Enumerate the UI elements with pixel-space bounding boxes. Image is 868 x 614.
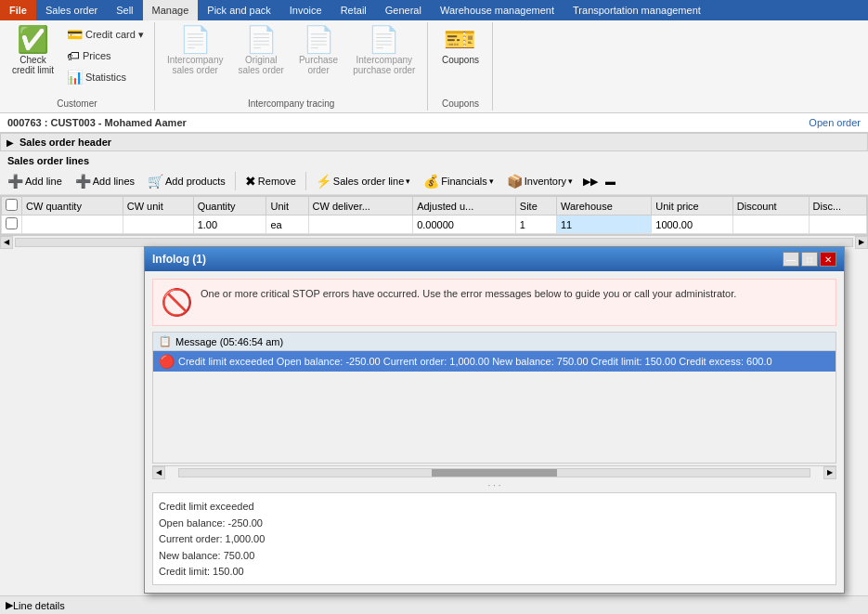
dialog-scroll-right[interactable]: ▶ xyxy=(823,466,836,479)
dialog-scroll-track[interactable] xyxy=(178,468,810,477)
dialog-titlebar: Infolog (1) — □ ✕ xyxy=(145,247,844,271)
message-list: 🔴 Credit limit exceeded Open balance: -2… xyxy=(153,351,836,463)
open-order-button[interactable]: Open order xyxy=(809,117,861,128)
check-credit-label: Checkcredit limit xyxy=(12,55,54,75)
dialog-close-button[interactable]: ✕ xyxy=(820,252,836,267)
menu-transport-mgmt[interactable]: Transportation management xyxy=(564,0,710,20)
add-line-icon: ➕ xyxy=(7,174,23,189)
message-row-item[interactable]: 🔴 Credit limit exceeded Open balance: -2… xyxy=(153,351,836,372)
col-adjusted-u: Adjusted u... xyxy=(413,197,516,216)
line-details-section[interactable]: ▶ Line details xyxy=(0,595,868,614)
cell-disc xyxy=(809,216,867,234)
col-site: Site xyxy=(515,197,556,216)
add-line-label: Add line xyxy=(25,176,62,187)
detail-line-2: Open balance: -250.00 xyxy=(159,516,830,532)
menu-pick-and-pack[interactable]: Pick and pack xyxy=(198,0,279,20)
add-lines-button[interactable]: ➕ Add lines xyxy=(70,171,140,191)
table-row[interactable]: 1.00 ea 0.00000 1 11 1000.00 xyxy=(2,216,867,234)
select-all-checkbox[interactable] xyxy=(6,199,18,211)
prices-button[interactable]: 🏷 Prices xyxy=(62,46,149,66)
col-discount: Discount xyxy=(732,197,809,216)
cell-unit-price: 1000.00 xyxy=(652,216,733,234)
ribbon-group-customer: ✅ Checkcredit limit 💳 Credit card ▾ 🏷 Pr… xyxy=(0,22,155,111)
inventory-icon: 📦 xyxy=(507,174,523,189)
check-credit-limit-button[interactable]: ✅ Checkcredit limit xyxy=(6,24,60,78)
lines-table-container[interactable]: CW quantity CW unit Quantity Unit CW del… xyxy=(0,195,868,235)
detail-line-4: New balance: 750.00 xyxy=(159,548,830,565)
dialog-maximize-button[interactable]: □ xyxy=(801,252,818,267)
cell-discount xyxy=(732,216,809,234)
add-lines-label: Add lines xyxy=(93,176,135,187)
prices-icon: 🏷 xyxy=(67,48,80,63)
financials-icon: 💰 xyxy=(423,174,439,189)
scroll-track[interactable] xyxy=(15,238,853,247)
menu-invoice[interactable]: Invoice xyxy=(280,0,331,20)
line-details-title: Line details xyxy=(13,600,65,611)
menu-sell[interactable]: Sell xyxy=(107,0,142,20)
col-unit-price: Unit price xyxy=(652,197,733,216)
dialog-scroll-thumb xyxy=(432,469,558,477)
remove-button[interactable]: ✖ Remove xyxy=(240,171,302,191)
detail-line-6: Credit excess: 600.00 xyxy=(159,581,830,585)
sales-order-header-title: Sales order header xyxy=(19,137,111,148)
error-message-text: One or more critical STOP errors have oc… xyxy=(201,287,736,301)
sales-order-header-section[interactable]: ▶ Sales order header xyxy=(0,133,868,151)
statistics-label: Statistics xyxy=(85,72,126,83)
intercompany-sales-label: Intercompanysales order xyxy=(167,55,224,75)
financials-button[interactable]: 💰 Financials ▾ xyxy=(418,171,499,191)
scroll-right-arrow[interactable]: ▶ xyxy=(855,236,868,249)
financials-label: Financials xyxy=(441,176,487,187)
row-checkbox[interactable] xyxy=(6,217,18,229)
col-quantity: Quantity xyxy=(193,197,266,216)
ribbon-items-coupons: 🎫 Coupons xyxy=(435,24,486,97)
statistics-button[interactable]: 📊 Statistics xyxy=(62,67,149,87)
add-products-button[interactable]: 🛒 Add products xyxy=(142,171,231,191)
address-bar: 000763 : CUST003 - Mohamed Aamer Open or… xyxy=(0,113,868,133)
error-banner: 🚫 One or more critical STOP errors have … xyxy=(152,279,836,326)
dialog-scroll-left[interactable]: ◀ xyxy=(152,466,165,479)
cell-warehouse: 11 xyxy=(556,216,651,234)
col-cw-delivery: CW deliver... xyxy=(308,197,413,216)
message-header: 📋 Message (05:46:54 am) xyxy=(153,333,836,351)
view-options-button[interactable]: ▬ xyxy=(602,173,621,189)
menu-warehouse-mgmt[interactable]: Warehouse management xyxy=(431,0,564,20)
menu-general[interactable]: General xyxy=(376,0,431,20)
intercompany-purchase-icon: 📄 xyxy=(368,27,400,53)
message-icon: 📋 xyxy=(159,335,172,347)
detail-line-5: Credit limit: 150.00 xyxy=(159,564,830,581)
add-line-button[interactable]: ➕ Add line xyxy=(2,171,68,191)
file-menu[interactable]: File xyxy=(0,0,36,20)
intercompany-purchase-order-button: 📄 Intercompanypurchase order xyxy=(346,24,421,78)
cell-unit: ea xyxy=(266,216,308,234)
intercompany-group-label: Intercompany tracing xyxy=(248,97,334,109)
add-products-label: Add products xyxy=(165,176,226,187)
scroll-left-arrow[interactable]: ◀ xyxy=(0,236,13,249)
dialog-minimize-button[interactable]: — xyxy=(783,252,799,267)
menu-sales-order[interactable]: Sales order xyxy=(36,0,107,20)
coupons-button[interactable]: 🎫 Coupons xyxy=(435,24,486,68)
col-disc: Disc... xyxy=(809,197,867,216)
check-credit-icon: ✅ xyxy=(17,27,49,53)
order-title: 000763 : CUST003 - Mohamed Aamer xyxy=(7,117,187,128)
intercompany-sales-icon: 📄 xyxy=(179,27,212,53)
sales-order-lines-title: Sales order lines xyxy=(0,153,868,168)
menu-retail[interactable]: Retail xyxy=(331,0,376,20)
remove-icon: ✖ xyxy=(245,174,256,189)
message-row-text: Credit limit exceeded Open balance: -250… xyxy=(178,356,772,367)
ribbon-items-intercompany: 📄 Intercompanysales order 📄 Originalsale… xyxy=(161,24,422,97)
menu-manage[interactable]: Manage xyxy=(143,0,199,20)
ribbon-items-customer: ✅ Checkcredit limit 💳 Credit card ▾ 🏷 Pr… xyxy=(6,24,149,97)
sales-order-line-icon: ⚡ xyxy=(316,174,331,189)
sales-order-line-button[interactable]: ⚡ Sales order line ▾ xyxy=(310,171,416,191)
cell-adjusted-u: 0.00000 xyxy=(413,216,516,234)
purchase-order-label: Purchaseorder xyxy=(299,55,338,75)
cell-cw-quantity xyxy=(22,216,123,234)
error-stop-icon: 🚫 xyxy=(161,287,193,318)
credit-card-button[interactable]: 💳 Credit card ▾ xyxy=(62,24,149,45)
add-products-icon: 🛒 xyxy=(148,174,163,189)
more-button[interactable]: ▶▶ xyxy=(580,173,601,190)
inventory-button[interactable]: 📦 Inventory ▾ xyxy=(501,171,578,191)
infolog-dialog: Infolog (1) — □ ✕ 🚫 One or more critical… xyxy=(144,246,845,594)
menu-bar: File Sales order Sell Manage Pick and pa… xyxy=(0,0,868,20)
dialog-hscrollbar[interactable]: ◀ ▶ xyxy=(152,465,836,478)
